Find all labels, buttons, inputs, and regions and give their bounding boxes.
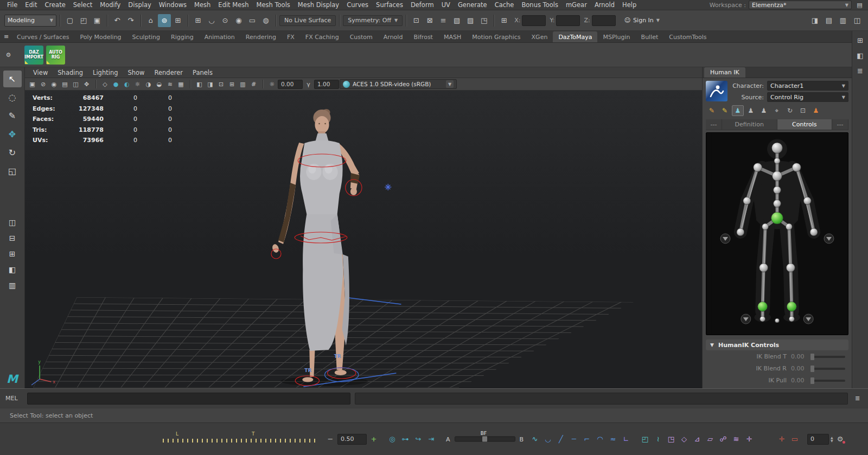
hik-body-part-icon[interactable]: ♟ [745,105,757,116]
two-d-pan-zoom-icon[interactable]: ✥ [81,79,92,89]
y-coordinate-input[interactable] [556,15,580,26]
menu-item[interactable]: Bonus Tools [518,1,561,9]
plateau-tangent-icon[interactable]: ◠ [594,433,606,445]
use-lighting-icon[interactable]: ☼ [132,79,143,89]
motion-trail-icon[interactable]: ≀ [652,433,664,445]
layout-four-pane-icon[interactable]: ⊞ [3,247,22,261]
menu-item[interactable]: Deform [407,1,438,9]
layout-custom-icon[interactable]: ▥ [3,278,22,292]
hik-joint-right-elbow[interactable] [803,197,811,204]
input-connections-icon[interactable]: ⊡ [410,14,423,27]
backface-culling-icon[interactable]: ◨ [205,79,215,89]
mel-language-button[interactable]: MEL [5,395,23,402]
attribute-editor-toggle-icon[interactable]: ▤ [822,14,835,27]
isolate-select-view-icon[interactable]: ⊡ [216,79,226,89]
shelf-options-icon[interactable]: ⚙ [3,50,14,60]
character-mesh[interactable] [271,109,360,382]
mel-command-input[interactable] [27,393,350,405]
workspace-settings-icon[interactable]: ▤ [854,1,865,10]
gate-mask-icon[interactable]: ▥ [238,79,248,89]
hik-joint-right-wrist[interactable] [810,228,818,236]
menu-item[interactable]: Edit [21,1,41,9]
select-by-object-icon[interactable]: ⊚ [158,14,171,27]
shelf-tab[interactable]: MASH [438,31,467,42]
snap-to-curve-icon[interactable]: ◡ [205,14,218,27]
menu-item[interactable]: Surfaces [372,1,407,9]
shelf-menu-icon[interactable]: ≡ [1,32,11,41]
shelf-tab[interactable]: MSPlugin [597,31,635,42]
make-object-live-icon[interactable]: ◍ [259,14,272,27]
shelf-tab[interactable]: CustomTools [663,31,712,42]
panel-menu-item[interactable]: Lighting [88,69,123,76]
hik-joint-left-ankle[interactable] [758,302,768,311]
menu-item[interactable]: UV [438,1,454,9]
select-by-component-icon[interactable]: ⊞ [171,14,184,27]
shelf-tab[interactable]: Sculpting [127,31,165,42]
shadows-icon[interactable]: ◑ [143,79,154,89]
hik-joint-neck[interactable] [774,158,780,164]
ipr-render-icon[interactable]: ▨ [464,14,477,27]
redo-icon[interactable]: ↷ [124,14,137,27]
tab-human-ik[interactable]: Human IK [704,67,745,78]
hik-joint-left-toe[interactable] [760,316,765,322]
time-slider-ticks[interactable]: LT [163,435,317,444]
menu-item[interactable]: mGear [562,1,591,9]
new-scene-icon[interactable]: ▢ [63,14,76,27]
add-marker-icon[interactable]: ✛ [743,433,755,445]
auto-rig-shelf-button[interactable]: AUTO RIG [46,46,65,65]
wave-deformer-icon[interactable]: ≋ [730,433,742,445]
shelf-tab[interactable]: Rendering [240,31,282,42]
playback-speed-input[interactable]: 0.50 [337,434,367,445]
clamped-tangent-icon[interactable]: ◡ [542,433,554,445]
cache-playback-icon[interactable]: ▭ [789,433,801,445]
paint-select-tool[interactable]: ✎ [3,107,22,124]
graph-editor-icon[interactable]: ◇ [678,433,690,445]
hik-pin-translate-icon[interactable]: ⌖ [771,105,783,116]
menu-item[interactable]: Display [124,1,155,9]
ghosting-icon[interactable]: ◰ [639,433,651,445]
constraint-icon[interactable]: ☍ [717,433,729,445]
outliner-toggle-icon[interactable]: ⊞ [854,34,867,47]
exposure-icon[interactable]: ☼ [267,79,277,89]
isolate-select-icon[interactable]: ◫ [3,215,22,229]
time-editor-icon[interactable]: ⊿ [691,433,703,445]
resolution-gate-icon[interactable]: # [248,79,259,89]
menu-item[interactable]: Mesh Tools [253,1,294,9]
hik-joint-chest[interactable] [773,171,782,181]
mute-channel-icon[interactable]: ✛ [776,433,788,445]
select-tool[interactable]: ↖ [3,71,22,87]
daz-import-shelf-button[interactable]: DAZ IMPORT [24,46,43,65]
gamma-input[interactable]: 1.00 [314,80,339,89]
menu-item[interactable]: Generate [454,1,491,9]
slider-handle[interactable] [810,366,814,372]
hik-joint-hips[interactable] [771,212,783,224]
hik-joint-right-toe[interactable] [789,316,794,322]
shelf-tab[interactable]: Poly Modeling [75,31,127,42]
auto-tangent-icon[interactable]: ≈ [607,433,619,445]
source-selector[interactable]: Control Rig ▼ [767,92,848,102]
layout-persp-outliner-icon[interactable]: ◧ [3,262,22,277]
hik-left-leg-expand-button[interactable] [741,314,751,324]
shelf-tab[interactable]: Arnold [378,31,409,42]
panel-menu-item[interactable]: Panels [188,69,218,76]
snap-to-projected-center-icon[interactable]: ◉ [232,14,245,27]
shelf-tab[interactable]: XGen [526,31,553,42]
graph-editor-toggle-icon[interactable]: ◧ [854,49,867,62]
menu-item[interactable]: Modify [96,1,124,9]
menu-item[interactable]: Curves [343,1,372,9]
spline-tangent-icon[interactable]: ∿ [529,433,541,445]
construction-history-icon[interactable]: ≡ [437,14,450,27]
linear-tangent-icon[interactable]: ╱ [555,433,567,445]
hik-joint-right-ankle[interactable] [787,302,796,311]
menu-item[interactable]: Mesh Display [294,1,343,9]
hik-joint-left-hip[interactable] [762,223,769,230]
motion-blur-icon[interactable]: ≋ [165,79,175,89]
slider-handle[interactable] [810,377,814,384]
field-chart-icon[interactable]: ⊞ [227,79,237,89]
shelf-tab[interactable]: Bullet [636,31,664,42]
hik-character-view[interactable] [706,132,848,335]
rotate-tool[interactable]: ↻ [3,144,22,161]
slider[interactable] [810,380,845,382]
slider[interactable] [810,356,845,358]
hik-lock-icon[interactable]: ⊡ [797,105,809,116]
